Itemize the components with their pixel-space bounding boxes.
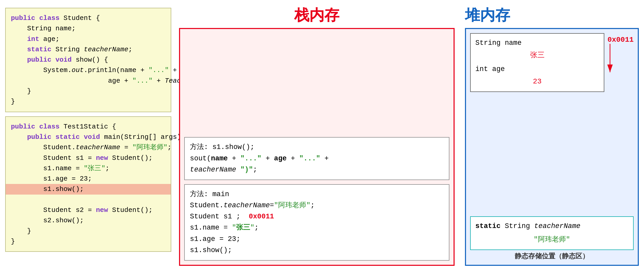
student-class-code: public class Student { String name; int … [5, 8, 171, 112]
heap-field1-label: String name [475, 37, 599, 49]
code-line: Student s1 = new Student(); [11, 153, 166, 163]
static-field-value: "阿玮老师" [475, 234, 628, 246]
show-method-frame: 方法: s1.show(); sout(name + "..." + age +… [184, 137, 449, 180]
code-line: } [11, 236, 166, 247]
code-line: s2.show(); [11, 215, 166, 226]
code-line: age + "..." + TeacherName); [11, 76, 166, 86]
static-area-label: 静态存储位置（静态区） [470, 252, 634, 261]
code-line: Student s2 = new Student(); [11, 205, 166, 215]
left-panel: public class Student { String name; int … [5, 5, 171, 266]
code-line: String name; [11, 23, 166, 34]
static-area: static String teacherName "阿玮老师" 静态存储位置（… [470, 216, 634, 261]
heap-object-row: String name 张三 int age 23 0x0011 [470, 33, 634, 92]
stack-memory-area: 方法: s1.show(); sout(name + "..." + age +… [179, 28, 455, 266]
show-frame-line1: sout(name + "..." + age + "..." + [190, 153, 444, 164]
code-line: s1.age = 23; [11, 174, 166, 184]
heap-memory-area: String name 张三 int age 23 0x0011 [465, 28, 639, 266]
heap-panel: 堆内存 String name 张三 int age 23 0x0011 [462, 5, 639, 266]
code-line: public void show() { [11, 55, 166, 65]
code-line: public class Test1Static { [11, 122, 166, 132]
main-frame-line3: s1.name = "张三"; [190, 222, 444, 233]
stack-title: 栈内存 [294, 5, 339, 25]
code-line: int age; [11, 34, 166, 44]
main-method-frame: 方法: main Student.teacherName="阿玮老师"; Stu… [184, 184, 449, 261]
code-line: static String teacherName; [11, 44, 166, 55]
arrow-down-svg [607, 44, 623, 75]
main-frame-line5: s1.show(); [190, 245, 444, 256]
heap-address-label: 0x0011 [607, 36, 634, 44]
student-heap-object: String name 张三 int age 23 [470, 33, 604, 92]
main-frame-line2: Student s1 ; 0x0011 [190, 211, 444, 222]
main-frame-line1: Student.teacherName="阿玮老师"; [190, 200, 444, 211]
code-line: } [11, 96, 166, 107]
heap-spacer [470, 96, 634, 212]
heap-field2-label: int age [475, 63, 599, 75]
code-line [11, 195, 166, 205]
code-line: } [11, 86, 166, 96]
main-frame-line4: s1.age = 23; [190, 234, 444, 245]
code-line: public static void main(String[] args) { [11, 132, 166, 142]
address-area: 0x0011 [604, 33, 634, 75]
code-line: s1.name = "张三"; [11, 163, 166, 174]
code-line: } [11, 226, 166, 236]
show-frame-line2: teacherName ")"; [190, 164, 444, 175]
code-line: public class Student { [11, 13, 166, 23]
code-line: Student.teacherName = "阿玮老师"; [11, 142, 166, 153]
static-field-label: static String teacherName [475, 220, 628, 232]
stack-panel: 栈内存 方法: s1.show(); sout(name + "..." + a… [176, 5, 457, 266]
highlighted-line: s1.show(); [11, 184, 166, 194]
static-box: static String teacherName "阿玮老师" [470, 216, 634, 250]
code-line: System.out.println(name + "..." + [11, 65, 166, 75]
show-frame-label: 方法: s1.show(); [190, 142, 444, 153]
heap-field1-value: 张三 [475, 49, 599, 62]
heap-title: 堆内存 [465, 5, 639, 25]
heap-field2-value: 23 [475, 75, 599, 88]
main-frame-label: 方法: main [190, 189, 444, 200]
test1static-class-code: public class Test1Static { public static… [5, 116, 171, 252]
main-container: public class Student { String name; int … [0, 0, 644, 271]
